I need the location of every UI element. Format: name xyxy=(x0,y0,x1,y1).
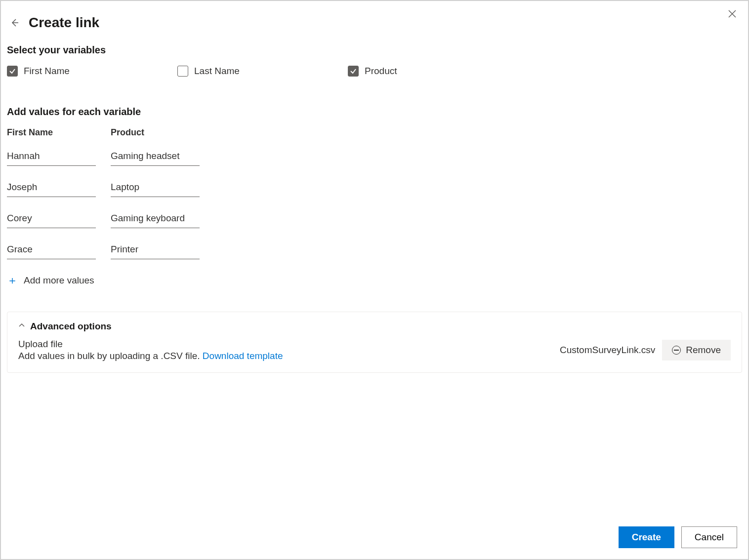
cancel-button[interactable]: Cancel xyxy=(681,526,737,548)
table-row xyxy=(7,149,742,166)
table-row xyxy=(7,242,742,259)
close-icon[interactable] xyxy=(725,7,739,21)
dialog-footer: Create Cancel xyxy=(619,526,737,548)
upload-desc-text: Add values in bulk by uploading a .CSV f… xyxy=(18,351,203,361)
values-table-header: First Name Product xyxy=(7,127,742,138)
checkbox-last-name[interactable] xyxy=(177,66,188,77)
advanced-body: Upload file Add values in bulk by upload… xyxy=(18,339,731,361)
remove-file-button[interactable]: Remove xyxy=(662,340,731,360)
upload-text-block: Upload file Add values in bulk by upload… xyxy=(18,339,550,361)
remove-label: Remove xyxy=(686,345,721,356)
download-template-link[interactable]: Download template xyxy=(203,351,283,361)
dialog-header: Create link xyxy=(7,7,742,40)
first-name-input[interactable] xyxy=(7,149,96,166)
uploaded-file-name: CustomSurveyLink.csv xyxy=(560,345,655,356)
first-name-input[interactable] xyxy=(7,211,96,228)
product-input[interactable] xyxy=(111,242,200,259)
plus-icon: ＋ xyxy=(7,273,18,288)
page-title: Create link xyxy=(29,15,99,31)
values-section: Add values for each variable First Name … xyxy=(7,106,742,288)
variable-label: Last Name xyxy=(194,66,240,77)
column-header-product: Product xyxy=(111,127,200,138)
uploaded-file-area: CustomSurveyLink.csv Remove xyxy=(560,340,731,360)
remove-icon xyxy=(672,346,681,355)
select-variables-section: Select your variables First Name Last Na… xyxy=(7,44,742,77)
checkbox-first-name[interactable] xyxy=(7,66,18,77)
first-name-input[interactable] xyxy=(7,242,96,259)
select-variables-label: Select your variables xyxy=(7,44,742,56)
column-header-first-name: First Name xyxy=(7,127,96,138)
upload-file-label: Upload file xyxy=(18,339,550,350)
advanced-options-panel: Advanced options Upload file Add values … xyxy=(7,312,742,373)
advanced-options-toggle[interactable]: Advanced options xyxy=(18,321,731,332)
advanced-options-title: Advanced options xyxy=(30,321,112,332)
add-more-label: Add more values xyxy=(24,275,94,286)
chevron-up-icon xyxy=(18,322,25,331)
create-button[interactable]: Create xyxy=(619,526,674,548)
variable-option-last-name: Last Name xyxy=(177,66,348,77)
product-input[interactable] xyxy=(111,211,200,228)
back-arrow-icon[interactable] xyxy=(9,17,21,29)
product-input[interactable] xyxy=(111,180,200,197)
table-row xyxy=(7,211,742,228)
product-input[interactable] xyxy=(111,149,200,166)
checkbox-product[interactable] xyxy=(348,66,359,77)
first-name-input[interactable] xyxy=(7,180,96,197)
variable-option-product: Product xyxy=(348,66,518,77)
add-more-values-button[interactable]: ＋ Add more values xyxy=(7,273,94,288)
table-row xyxy=(7,180,742,197)
variable-option-first-name: First Name xyxy=(7,66,177,77)
values-section-label: Add values for each variable xyxy=(7,106,742,118)
variable-label: First Name xyxy=(24,66,70,77)
variables-row: First Name Last Name Product xyxy=(7,66,742,77)
variable-label: Product xyxy=(365,66,397,77)
upload-description: Add values in bulk by uploading a .CSV f… xyxy=(18,351,550,361)
